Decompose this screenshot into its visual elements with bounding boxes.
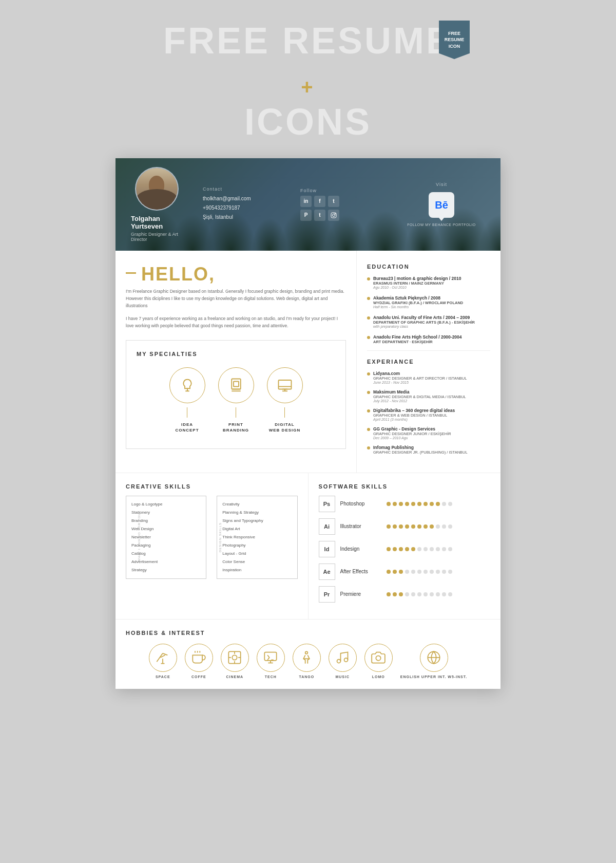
hobby-dance: TANGO xyxy=(293,644,321,679)
hobby-label: TANGO xyxy=(299,675,314,679)
software-item: Ae After Effects xyxy=(319,564,491,580)
edu-subtitle: WYDZIAL GRAFIKI (B.F.A.) / WROCLAW POLAN… xyxy=(373,301,463,305)
twitter-icon[interactable]: t xyxy=(328,196,339,207)
facebook-icon[interactable]: f xyxy=(314,196,325,207)
svg-point-33 xyxy=(337,660,341,663)
skill-dot xyxy=(442,592,446,596)
phone: +905432379187 xyxy=(203,203,290,213)
skill-item: Creativity xyxy=(222,500,292,509)
software-item: Pr Premiere xyxy=(319,586,491,603)
skill-dot xyxy=(393,502,397,506)
skill-item: Color Sense xyxy=(222,558,292,566)
exp-title: Digitalfabrika – 360 degree digital idea… xyxy=(373,408,455,413)
skill-dot xyxy=(411,502,415,506)
specialties-title: MY SPECIALTIES xyxy=(137,351,335,357)
skill-dot xyxy=(436,524,440,529)
skill-dot xyxy=(436,592,440,596)
instagram-icon[interactable] xyxy=(328,210,339,221)
software-item: Ai Illustrator xyxy=(319,518,491,535)
skill-dot xyxy=(393,547,397,551)
experience-item: Digitalfabrika – 360 degree digital idea… xyxy=(367,408,490,421)
skill-dot xyxy=(436,502,440,506)
hobbies-title: HOBBIES & INTEREST xyxy=(126,630,490,636)
hobby-circle xyxy=(293,644,321,672)
contact-label: Contact xyxy=(203,186,290,192)
pinterest-icon[interactable]: P xyxy=(300,210,312,221)
education-item: Akademia Sztuk Pięknych / 2008 WYDZIAL G… xyxy=(367,295,490,309)
svg-line-13 xyxy=(157,653,163,662)
behance-label: FOLLOW MY BEHANCE PORTFOLIO xyxy=(407,223,475,227)
sw-name: Illustrator xyxy=(340,523,381,529)
skill-dot xyxy=(448,524,452,529)
exp-date: April 2011 (3 months) xyxy=(373,418,455,421)
skill-item: Newsletter xyxy=(131,533,201,541)
education-column: EDUCATION Bureau23 | motion & graphic de… xyxy=(357,251,500,473)
specialties-icons: IDEACONCEPT xyxy=(137,367,335,433)
skill-dot xyxy=(393,570,397,574)
linkedin-icon[interactable]: in xyxy=(300,196,312,207)
skill-item: Web Design xyxy=(131,525,201,533)
behance-icon[interactable]: Bē xyxy=(429,192,454,218)
edu-title: Bureau23 | motion & graphic design / 201… xyxy=(373,276,461,281)
specialty-circle-digital xyxy=(267,367,303,403)
skill-dot xyxy=(424,547,428,551)
hobby-circle xyxy=(149,644,177,672)
skill-dot xyxy=(387,592,391,596)
skill-dot xyxy=(411,570,415,574)
edu-subtitle: DEPARTMENT OF GRAPHIC ARTS (B.F.A.) - ES… xyxy=(373,320,475,325)
skill-dot xyxy=(448,570,452,574)
hello-paragraph2: I have 7 years of experience working as … xyxy=(126,315,346,330)
hobby-label: LOMO xyxy=(372,675,385,679)
skill-dot xyxy=(399,547,403,551)
skill-item: Inspiration xyxy=(222,566,292,574)
svg-rect-5 xyxy=(234,381,239,386)
hello-dash xyxy=(126,272,136,274)
contact-info: tholkhan@gmail.com +905432379187 Şişli, … xyxy=(203,194,290,222)
skill-dot xyxy=(387,524,391,529)
svg-point-22 xyxy=(233,655,237,660)
skills-left-label: WHAT I CAN DO FOR YOU xyxy=(138,513,141,561)
skill-dot xyxy=(424,570,428,574)
svg-point-34 xyxy=(344,658,348,662)
sw-badge: Pr xyxy=(319,586,335,603)
skill-item: Think Responsive xyxy=(222,533,292,541)
plus-icon: + xyxy=(301,76,315,98)
hobby-telescope: SPACE xyxy=(149,644,177,679)
hello-section: HELLO, I'm Freelance Graphic Designer ba… xyxy=(126,264,346,330)
skill-item: Stationery xyxy=(131,509,201,517)
edu-subtitle: ART DEPARTMENT · ESKİŞEHİR xyxy=(373,340,462,344)
skill-dot xyxy=(448,547,452,551)
bullet xyxy=(367,336,370,339)
edu-date: Agu 2010 - Oct 2010 xyxy=(373,286,461,289)
creative-skills-column: CREATIVE SKILLS WHAT I CAN DO FOR YOU Lo… xyxy=(116,473,309,619)
skill-dot xyxy=(417,570,421,574)
hobby-circle xyxy=(185,644,213,672)
skill-dot xyxy=(430,592,434,596)
edu-date: with preparatory class xyxy=(373,325,475,328)
skill-item: Branding xyxy=(131,517,201,525)
bullet xyxy=(367,391,370,394)
bullet xyxy=(367,316,370,320)
skill-item: Layout - Grid xyxy=(222,550,292,558)
hobby-tech: TECH xyxy=(257,644,285,679)
svg-line-14 xyxy=(163,653,167,655)
skill-dot xyxy=(430,547,434,551)
svg-rect-8 xyxy=(278,380,291,389)
hobby-circle xyxy=(364,644,393,672)
corner-badge: FREE RESUME ICON xyxy=(439,21,470,59)
email: tholkhan@gmail.com xyxy=(203,194,290,203)
skill-item: Packaging xyxy=(131,541,201,550)
experience-title: EXPERIANCE xyxy=(367,359,490,365)
hobby-camera: LOMO xyxy=(364,644,393,679)
software-skills-title: SOFTWARE SKILLS xyxy=(319,483,491,490)
specialty-label-print: PRINTBRANDING xyxy=(223,422,249,433)
edu-date: Half term - Six months xyxy=(373,305,463,309)
skill-dot xyxy=(411,592,415,596)
skills-left-col: WHAT I CAN DO FOR YOU Logo & LogotypeSta… xyxy=(126,496,206,579)
skill-dot xyxy=(393,524,397,529)
exp-date: June 2013 - Nov 2015 xyxy=(373,381,467,384)
skill-dot xyxy=(405,524,409,529)
bullet xyxy=(367,409,370,412)
hobby-label: CINEMA xyxy=(226,675,243,679)
tumblr-icon[interactable]: t xyxy=(314,210,325,221)
